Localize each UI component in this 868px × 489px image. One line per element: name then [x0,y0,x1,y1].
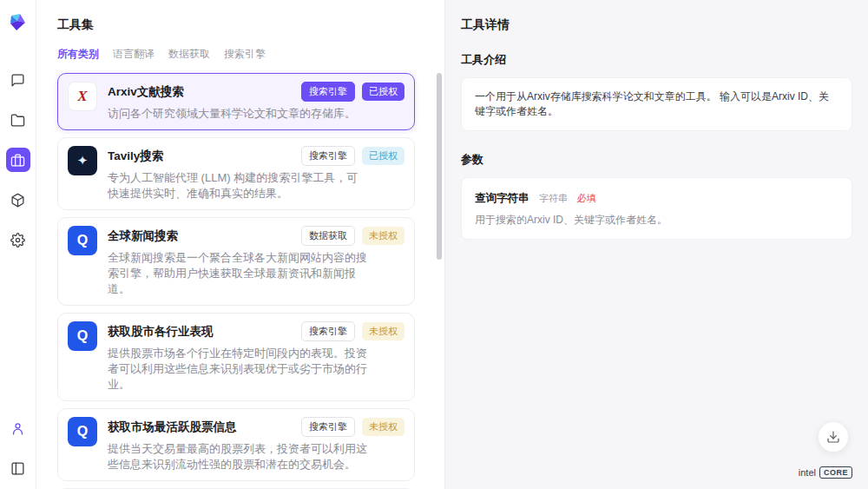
category-tab[interactable]: 数据获取 [168,47,210,62]
sidebar-item-tools[interactable] [6,148,30,172]
tool-list: X Arxiv文献搜索 搜索引擎 已授权 访问各个研究领域大量科学论文和文章的存… [57,73,415,489]
app-logo-icon[interactable] [8,12,29,33]
tool-description: 专为人工智能代理 (LLM) 构建的搜索引擎工具，可快速提供实时、准确和真实的结… [108,170,368,202]
app-root: 工具集 所有类别语言翻译数据获取搜索引擎 X Arxiv文献搜索 搜索引擎 已授… [0,0,868,489]
category-tab[interactable]: 搜索引擎 [224,47,266,62]
tool-card-header: 获取股市各行业表现 搜索引擎 未授权 [108,321,404,341]
chat-icon [10,73,25,88]
intel-text: intel [799,467,816,478]
tool-auth-badge: 已授权 [362,83,404,101]
category-tabs: 所有类别语言翻译数据获取搜索引擎 [57,47,415,62]
tool-name: 获取股市各行业表现 [108,324,294,340]
sidebar-item-user[interactable] [6,416,30,440]
scrollbar[interactable] [437,73,442,260]
user-icon [10,421,25,436]
tool-card[interactable]: Q 获取股市各行业表现 搜索引擎 未授权 提供股票市场各个行业在特定时间段内的表… [57,313,415,401]
core-text: CORE [819,466,852,479]
tool-description: 全球新闻搜索是一个聚合全球各大新闻网站内容的搜索引擎，帮助用户快速获取全球最新资… [108,250,368,297]
tool-auth-badge: 未授权 [362,418,404,436]
tool-category-badge: 数据获取 [301,226,355,246]
tool-description: 提供当天交易量最高的股票列表，投资者可以利用这些信息来识别流动性强的股票和潜在的… [108,441,368,472]
tool-category-badge: 搜索引擎 [301,146,355,166]
tool-card-body: Tavily搜索 搜索引擎 已授权 专为人工智能代理 (LLM) 构建的搜索引擎… [108,146,404,202]
tool-icon: Q [68,417,97,446]
folder-icon [10,113,25,128]
sidebar-item-chat[interactable] [6,68,30,92]
tool-icon: ✦ [68,146,97,175]
tool-card-body: 获取市场最活跃股票信息 搜索引擎 未授权 提供当天交易量最高的股票列表，投资者可… [108,417,404,472]
detail-panel-title: 工具详情 [461,17,852,33]
tool-category-badge: 搜索引擎 [301,321,355,341]
param-type: 字符串 [539,193,568,203]
tool-name: Arxiv文献搜索 [108,84,294,100]
page-title: 工具集 [57,17,415,33]
tool-auth-badge: 未授权 [362,227,404,245]
tool-description: 访问各个研究领域大量科学论文和文章的存储库。 [108,106,368,122]
tool-category-badge: 搜索引擎 [301,82,355,102]
download-button[interactable] [818,421,849,453]
tool-icon: X [68,82,97,111]
tool-category-badge: 搜索引擎 [301,417,355,437]
tool-name: Tavily搜索 [108,149,294,164]
param-required-flag: 必填 [576,193,595,203]
tool-card-header: 全球新闻搜索 数据获取 未授权 [108,226,404,246]
tool-collection-panel: 工具集 所有类别语言翻译数据获取搜索引擎 X Arxiv文献搜索 搜索引擎 已授… [36,0,444,489]
sidebar-item-packages[interactable] [6,188,30,212]
tool-icon: Q [68,321,97,351]
intro-heading: 工具介绍 [461,52,852,68]
tool-auth-badge: 未授权 [362,322,404,340]
tool-card-header: Tavily搜索 搜索引擎 已授权 [108,146,404,166]
tool-icon: Q [68,226,97,255]
box-icon [10,193,25,208]
params-heading: 参数 [461,152,852,168]
tool-card-body: 获取股市各行业表现 搜索引擎 未授权 提供股票市场各个行业在特定时间段内的表现。… [108,321,404,393]
tool-name: 获取市场最活跃股票信息 [108,420,294,435]
category-tab[interactable]: 语言翻译 [113,47,155,62]
param-header: 查询字符串 字符串 必填 [475,189,838,206]
tool-card-header: 获取市场最活跃股票信息 搜索引擎 未授权 [108,417,404,437]
tool-card[interactable]: X Arxiv文献搜索 搜索引擎 已授权 访问各个研究领域大量科学论文和文章的存… [57,73,415,130]
tool-card-header: Arxiv文献搜索 搜索引擎 已授权 [108,82,404,102]
tool-card[interactable]: Q 全球新闻搜索 数据获取 未授权 全球新闻搜索是一个聚合全球各大新闻网站内容的… [57,217,415,306]
download-icon [826,430,840,444]
gear-icon [10,233,25,248]
tool-card[interactable]: Q 获取市场最活跃股票信息 搜索引擎 未授权 提供当天交易量最高的股票列表，投资… [57,408,415,481]
param-name: 查询字符串 [475,192,529,204]
briefcase-icon [10,153,25,168]
intel-core-logo: intel CORE [799,466,852,479]
tool-card[interactable]: ✦ Tavily搜索 搜索引擎 已授权 专为人工智能代理 (LLM) 构建的搜索… [57,137,415,210]
tool-name: 全球新闻搜索 [108,228,294,244]
param-description: 用于搜索的Arxiv ID、关键字或作者姓名。 [475,213,838,228]
tool-auth-badge: 已授权 [362,147,404,165]
category-tab[interactable]: 所有类别 [57,47,99,62]
sidebar [0,0,36,489]
sidebar-item-settings[interactable] [6,228,30,252]
param-card: 查询字符串 字符串 必填 用于搜索的Arxiv ID、关键字或作者姓名。 [461,177,852,240]
layout-panel-icon [10,461,25,476]
tool-detail-panel: 工具详情 工具介绍 一个用于从Arxiv存储库搜索科学论文和文章的工具。 输入可… [444,0,868,489]
tool-intro-card: 一个用于从Arxiv存储库搜索科学论文和文章的工具。 输入可以是Arxiv ID… [461,77,852,131]
tool-card-body: Arxiv文献搜索 搜索引擎 已授权 访问各个研究领域大量科学论文和文章的存储库… [108,82,404,122]
sidebar-item-files[interactable] [6,108,30,132]
tool-card-body: 全球新闻搜索 数据获取 未授权 全球新闻搜索是一个聚合全球各大新闻网站内容的搜索… [108,226,404,297]
tool-description: 提供股票市场各个行业在特定时间段内的表现。投资者可以利用这些信息来识别表现优于或… [108,346,368,393]
sidebar-item-toggle-panel[interactable] [6,456,30,480]
